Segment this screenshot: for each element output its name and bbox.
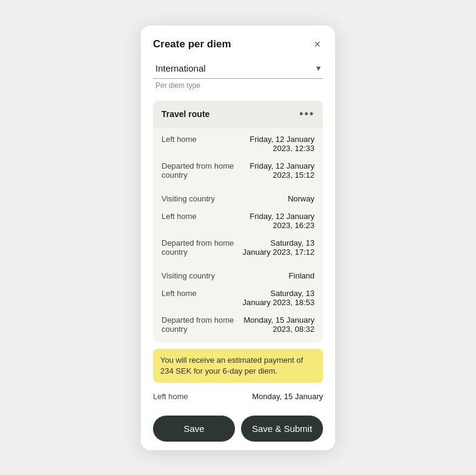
route-row-value: Finland: [240, 271, 314, 280]
route-row-value: Saturday, 13 January 2023, 17:12: [240, 238, 314, 257]
table-row: Left home Friday, 12 January 2023, 16:23: [162, 207, 314, 234]
route-row-label: Left home: [162, 289, 240, 298]
route-row-label: Left home: [153, 392, 240, 401]
table-row: Departed from home country Friday, 12 Ja…: [162, 157, 314, 184]
route-row-value: Friday, 12 January 2023, 15:12: [240, 161, 314, 180]
modal-header: Create per diem ×: [141, 25, 335, 58]
travel-route-title: Travel route: [162, 109, 209, 119]
modal-body: Travel route ••• Left home Friday, 12 Ja…: [141, 92, 335, 407]
close-button[interactable]: ×: [311, 38, 323, 51]
table-row: Visiting country Norway: [162, 190, 314, 207]
route-row-label: Visiting country: [162, 271, 240, 280]
route-row-label: Left home: [162, 135, 240, 144]
table-row: Left home Friday, 12 January 2023, 12:33: [162, 130, 314, 157]
route-row-label: Left home: [162, 212, 240, 221]
travel-route-header: Travel route •••: [153, 101, 323, 128]
more-options-icon[interactable]: •••: [299, 108, 314, 121]
route-row-value: Norway: [240, 194, 314, 203]
save-button[interactable]: Save: [153, 416, 235, 442]
table-row: Visiting country Finland: [162, 267, 314, 285]
table-row: Departed from home country Monday, 15 Ja…: [162, 311, 314, 338]
route-row-value: Saturday, 13 January 2023, 18:53: [240, 289, 314, 307]
per-diem-type-label: Per diem type: [153, 79, 323, 90]
notification-text: You will receive an estimated payment of…: [160, 355, 303, 376]
route-row-value: Monday, 15 January 2023, 08:32: [240, 315, 314, 334]
modal: Create per diem × International ▾ Per di…: [141, 25, 335, 450]
save-and-submit-button[interactable]: Save & Submit: [241, 416, 323, 442]
chevron-down-icon: ▾: [316, 63, 321, 73]
modal-title: Create per diem: [153, 38, 231, 50]
notification-banner: You will receive an estimated payment of…: [153, 349, 323, 383]
route-row-value: Friday, 12 January 2023, 16:23: [240, 212, 314, 230]
route-row-label: Departed from home country: [162, 238, 240, 257]
route-row-label: Visiting country: [162, 194, 240, 203]
table-row: Left home Monday, 15 January: [153, 388, 323, 405]
partial-section: Left home Monday, 15 January Departed fr…: [141, 383, 335, 407]
action-bar: Save Save & Submit: [141, 407, 335, 450]
per-diem-type-dropdown[interactable]: International ▾: [153, 58, 323, 79]
table-row: Left home Saturday, 13 January 2023, 18:…: [162, 285, 314, 311]
travel-route-section: Travel route ••• Left home Friday, 12 Ja…: [153, 101, 323, 343]
modal-backdrop: Create per diem × International ▾ Per di…: [0, 0, 476, 475]
route-row-value: Friday, 12 January 2023, 12:33: [240, 135, 314, 153]
per-diem-type-container: International ▾ Per diem type: [141, 58, 335, 92]
per-diem-type-value: International: [155, 63, 206, 73]
table-row: Departed from home country Saturday, 13 …: [162, 234, 314, 261]
route-row-label: Departed from home country: [162, 315, 240, 334]
route-rows: Left home Friday, 12 January 2023, 12:33…: [153, 128, 323, 343]
route-row-value: Monday, 15 January: [240, 392, 323, 401]
route-row-label: Departed from home country: [162, 161, 240, 180]
